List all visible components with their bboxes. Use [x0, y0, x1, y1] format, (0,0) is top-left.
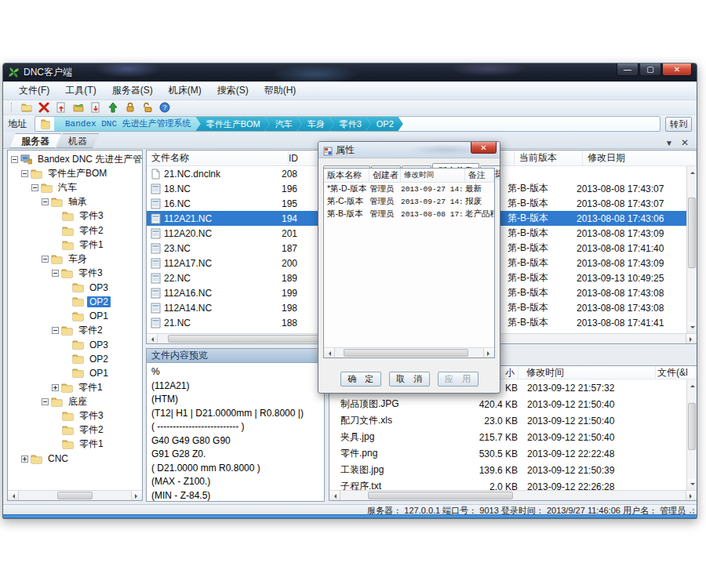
- tree-item-Bandex DNC 先进生产管理系[interactable]: Bandex DNC 先进生产管理系: [8, 152, 142, 166]
- scroll-left-icon[interactable]: [147, 334, 158, 344]
- breadcrumb-segment-3[interactable]: 车身: [297, 116, 334, 132]
- column-file[interactable]: 文件(&l: [655, 366, 697, 379]
- expand-icon[interactable]: [21, 456, 28, 463]
- tree-item-零件3[interactable]: 零件3: [8, 209, 142, 223]
- tree-item-OP3[interactable]: OP3: [8, 337, 142, 351]
- tree-item-车身[interactable]: 车身: [8, 252, 142, 266]
- tab-machine[interactable]: 机器: [56, 133, 99, 148]
- tree-item-汽车[interactable]: 汽车: [8, 180, 142, 194]
- pane-close-icon[interactable]: ✕: [681, 137, 689, 148]
- version-row[interactable]: 第-C-版本管理员2013-09-27 14:...报废: [324, 195, 494, 208]
- breadcrumb-segment-5[interactable]: OP2: [366, 116, 403, 132]
- tree-item-OP2[interactable]: OP2: [8, 352, 142, 366]
- menu-item-1[interactable]: 工具(T): [57, 82, 104, 100]
- scroll-thumb[interactable]: [57, 492, 93, 499]
- maximize-button[interactable]: ▢: [639, 64, 661, 76]
- menu-item-0[interactable]: 文件(F): [11, 82, 57, 100]
- expand-icon[interactable]: [52, 384, 59, 391]
- version-row[interactable]: *第-D-版本管理员2013-09-27 14:...最新: [324, 183, 494, 195]
- scroll-down-icon[interactable]: [687, 322, 697, 333]
- list-item[interactable]: 子程序.txt2.0 KB2013-09-12 22:26:28: [329, 478, 686, 490]
- tree-item-零件2[interactable]: 零件2: [8, 323, 142, 337]
- menu-item-3[interactable]: 机床(M): [161, 82, 209, 100]
- breadcrumb-segment-4[interactable]: 零件3: [329, 116, 371, 132]
- scroll-thumb[interactable]: [688, 198, 696, 268]
- tree-item-轴承[interactable]: 轴承: [8, 195, 142, 209]
- column-note[interactable]: 备注: [465, 169, 494, 182]
- scroll-thumb[interactable]: [344, 349, 468, 357]
- list-item[interactable]: 配刀文件.xls23.0 KB2013-09-12 21:50:40: [329, 412, 686, 429]
- tree-item-零件2[interactable]: 零件2: [8, 223, 142, 238]
- list-item[interactable]: 夹具.jpg215.7 KB2013-09-12 21:50:40: [329, 429, 686, 445]
- file-check-out-icon[interactable]: [89, 102, 101, 114]
- tree-item-零件3[interactable]: 零件3: [8, 408, 142, 423]
- tree-item-底座[interactable]: 底座: [8, 394, 142, 408]
- collapse-icon[interactable]: [42, 256, 49, 263]
- file-list-vscrollbar[interactable]: [686, 166, 697, 333]
- collapse-icon[interactable]: [52, 270, 59, 277]
- list-item[interactable]: 零件.png530.5 KB2013-09-12 22:22:48: [329, 445, 686, 462]
- tree-item-零件1[interactable]: 零件1: [8, 380, 142, 394]
- collapse-icon[interactable]: [52, 327, 59, 334]
- upload-icon[interactable]: [107, 102, 118, 114]
- tree-item-零件3[interactable]: 零件3: [8, 267, 142, 281]
- pane-dropdown-icon[interactable]: ▼: [665, 139, 673, 147]
- tree-item-零件1[interactable]: 零件1: [8, 437, 142, 452]
- dialog-title-bar[interactable]: 属性 ✕: [318, 142, 500, 158]
- column-creator[interactable]: 创建者: [369, 169, 401, 182]
- breadcrumb-segment-0[interactable]: Bandex DNC 先进生产管理系统: [54, 116, 201, 132]
- list-item[interactable]: 工装图.jpg139.6 KB2013-09-12 21:50:39: [329, 462, 686, 478]
- scroll-right-icon[interactable]: [686, 334, 697, 344]
- column-version-name[interactable]: 版本名称: [324, 169, 369, 182]
- column-modified-time[interactable]: 修改时间: [518, 366, 655, 379]
- scroll-right-icon[interactable]: [686, 491, 697, 501]
- column-modified-date[interactable]: 修改日期: [583, 151, 697, 165]
- scroll-thumb[interactable]: [368, 492, 513, 499]
- ok-button[interactable]: 确 定: [340, 372, 381, 387]
- tree-item-零件生产BOM[interactable]: 零件生产BOM: [8, 166, 142, 180]
- tree-item-OP2[interactable]: OP2: [8, 295, 142, 309]
- tree-item-OP1[interactable]: OP1: [8, 366, 142, 380]
- version-row[interactable]: 第-B-版本管理员2013-08-08 17:...老产品程序: [324, 208, 494, 220]
- scroll-right-icon[interactable]: [483, 348, 494, 358]
- scroll-left-icon[interactable]: [8, 491, 19, 501]
- scroll-thumb[interactable]: [688, 403, 696, 450]
- column-modify-time[interactable]: 修改时间: [401, 169, 465, 182]
- minimize-button[interactable]: —: [617, 64, 639, 76]
- unlock-icon[interactable]: [141, 102, 153, 114]
- list-item[interactable]: 制品顶图.JPG420.4 KB2013-09-12 21:50:40: [329, 396, 686, 412]
- menu-item-4[interactable]: 搜索(S): [209, 82, 257, 100]
- tree-item-零件1[interactable]: 零件1: [8, 238, 142, 252]
- tab-server[interactable]: 服务器: [9, 133, 61, 148]
- tree-item-OP3[interactable]: OP3: [8, 281, 142, 295]
- breadcrumb-segment-1[interactable]: 零件生产BOM: [195, 116, 270, 132]
- attachment-hscrollbar[interactable]: [329, 490, 697, 500]
- collapse-icon[interactable]: [11, 156, 18, 163]
- tree-item-零件2[interactable]: 零件2: [8, 423, 142, 437]
- scroll-down-icon[interactable]: [687, 479, 697, 490]
- menu-item-5[interactable]: 帮助(H): [257, 82, 304, 100]
- tree-item-CNC[interactable]: CNC: [8, 452, 142, 466]
- cancel-button[interactable]: 取 消: [389, 372, 430, 387]
- collapse-icon[interactable]: [21, 170, 28, 177]
- collapse-icon[interactable]: [42, 398, 49, 405]
- scroll-left-icon[interactable]: [324, 348, 335, 358]
- title-bar[interactable]: DNC客户端 — ▢ ✕: [3, 64, 697, 82]
- scroll-left-icon[interactable]: [329, 491, 340, 501]
- collapse-icon[interactable]: [31, 184, 38, 191]
- attachment-vscrollbar[interactable]: [686, 379, 697, 490]
- breadcrumb-segment-2[interactable]: 汽车: [264, 116, 302, 132]
- open-folder-icon[interactable]: [72, 102, 84, 114]
- collapse-icon[interactable]: [42, 198, 49, 205]
- resize-grip[interactable]: [689, 508, 695, 514]
- column-current-version[interactable]: 当前版本: [514, 151, 583, 165]
- lock-icon[interactable]: [124, 102, 136, 114]
- close-button[interactable]: ✕: [662, 64, 692, 76]
- tree-hscrollbar[interactable]: [8, 490, 142, 500]
- dialog-close-button[interactable]: ✕: [471, 142, 497, 154]
- scroll-right-icon[interactable]: [131, 491, 142, 501]
- tree-item-OP1[interactable]: OP1: [8, 309, 142, 323]
- help-icon[interactable]: ?: [158, 102, 170, 114]
- delete-icon[interactable]: [38, 102, 49, 114]
- menu-item-2[interactable]: 服务器(S): [104, 82, 161, 100]
